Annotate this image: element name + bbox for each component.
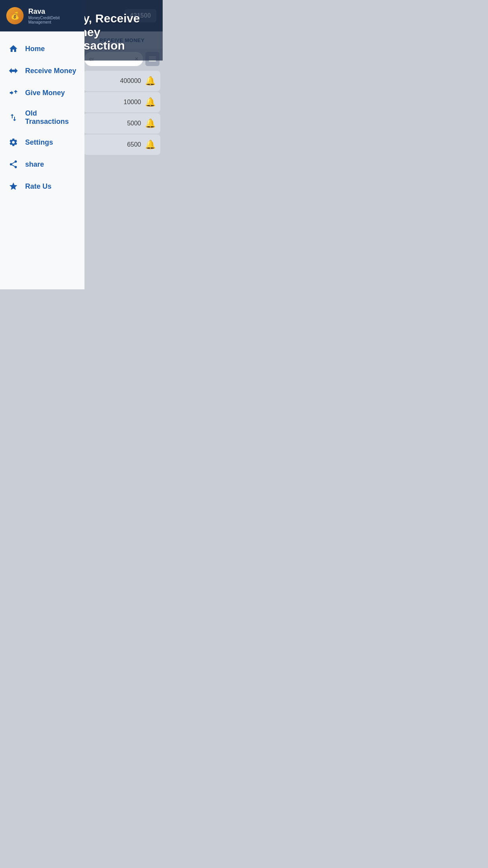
give-icon [8,87,19,98]
sidebar-item-old-transactions[interactable]: Old Transactions [0,104,84,131]
nav-label-home: Home [25,45,45,53]
nav-label-receive-money: Receive Money [25,67,76,75]
bell-icon[interactable]: 🔔 [145,140,156,150]
drawer-header: 💰 Rava MoneyCreditDebit Management [0,0,84,31]
transaction-amount: 6500 [127,141,141,148]
transaction-list: 400000 🔔 10000 🔔 5000 🔔 6500 🔔 [81,69,163,156]
drawer-nav: Home Receive Money Give Money Old Transa… [0,31,84,289]
nav-label-old-transactions: Old Transactions [25,109,77,126]
home-icon [8,43,19,54]
nav-label-settings: Settings [25,138,53,147]
transaction-item[interactable]: 6500 🔔 [84,134,160,155]
nav-label-rate-us: Rate Us [25,182,51,191]
transaction-amount: 10000 [124,99,141,106]
settings-icon [8,137,19,148]
sidebar-item-receive-money[interactable]: Receive Money [0,60,84,82]
drawer-logo: 💰 [6,7,24,24]
bell-icon[interactable]: 🔔 [145,118,156,129]
nav-label-give-money: Give Money [25,89,65,97]
sidebar-item-home[interactable]: Home [0,38,84,60]
share-icon [8,159,19,170]
transaction-item[interactable]: 400000 🔔 [84,71,160,91]
drawer-subtitle: MoneyCreditDebit Management [28,16,78,24]
transaction-amount: 5000 [127,120,141,127]
right-panel: RECEIVE MONEY er × 400000 🔔 10000 � [81,31,163,289]
filter-line-3 [149,61,156,61]
star-icon [8,181,19,192]
drawer-title: Rava [28,7,78,16]
transaction-amount: 400000 [120,77,141,85]
sidebar-item-rate-us[interactable]: Rate Us [0,175,84,197]
sidebar-item-share[interactable]: share [0,153,84,175]
bell-icon[interactable]: 🔔 [145,76,156,86]
transaction-item[interactable]: 5000 🔔 [84,113,160,134]
bell-icon[interactable]: 🔔 [145,97,156,107]
navigation-drawer: 💰 Rava MoneyCreditDebit Management Home … [0,0,84,289]
transaction-item[interactable]: 10000 🔔 [84,92,160,112]
nav-label-share: share [25,160,44,169]
sidebar-item-settings[interactable]: Settings [0,131,84,153]
receive-icon [8,65,19,76]
sidebar-item-give-money[interactable]: Give Money [0,82,84,104]
transfer-icon [8,112,19,123]
